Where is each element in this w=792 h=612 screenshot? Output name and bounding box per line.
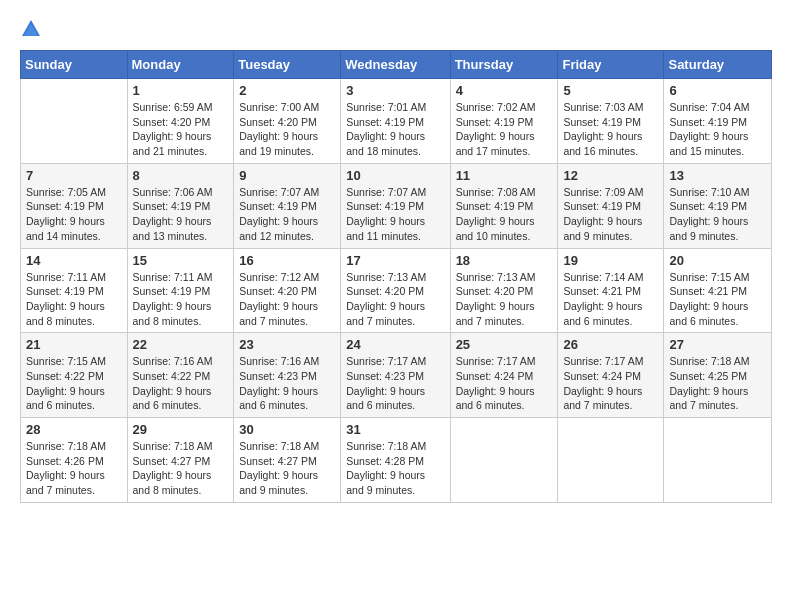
calendar-cell — [558, 418, 664, 503]
day-info: Sunrise: 7:17 AM Sunset: 4:24 PM Dayligh… — [563, 354, 658, 413]
day-info: Sunrise: 7:07 AM Sunset: 4:19 PM Dayligh… — [239, 185, 335, 244]
calendar-cell: 3Sunrise: 7:01 AM Sunset: 4:19 PM Daylig… — [341, 79, 450, 164]
day-number: 17 — [346, 253, 444, 268]
day-info: Sunrise: 7:02 AM Sunset: 4:19 PM Dayligh… — [456, 100, 553, 159]
calendar-week-4: 21Sunrise: 7:15 AM Sunset: 4:22 PM Dayli… — [21, 333, 772, 418]
weekday-header-wednesday: Wednesday — [341, 51, 450, 79]
day-info: Sunrise: 6:59 AM Sunset: 4:20 PM Dayligh… — [133, 100, 229, 159]
day-info: Sunrise: 7:13 AM Sunset: 4:20 PM Dayligh… — [346, 270, 444, 329]
day-info: Sunrise: 7:05 AM Sunset: 4:19 PM Dayligh… — [26, 185, 122, 244]
day-info: Sunrise: 7:11 AM Sunset: 4:19 PM Dayligh… — [133, 270, 229, 329]
calendar-cell — [21, 79, 128, 164]
day-number: 29 — [133, 422, 229, 437]
day-info: Sunrise: 7:13 AM Sunset: 4:20 PM Dayligh… — [456, 270, 553, 329]
day-number: 23 — [239, 337, 335, 352]
calendar-week-3: 14Sunrise: 7:11 AM Sunset: 4:19 PM Dayli… — [21, 248, 772, 333]
calendar-cell: 11Sunrise: 7:08 AM Sunset: 4:19 PM Dayli… — [450, 163, 558, 248]
calendar-cell: 8Sunrise: 7:06 AM Sunset: 4:19 PM Daylig… — [127, 163, 234, 248]
calendar-table: SundayMondayTuesdayWednesdayThursdayFrid… — [20, 50, 772, 503]
day-number: 11 — [456, 168, 553, 183]
day-info: Sunrise: 7:03 AM Sunset: 4:19 PM Dayligh… — [563, 100, 658, 159]
calendar-cell: 24Sunrise: 7:17 AM Sunset: 4:23 PM Dayli… — [341, 333, 450, 418]
weekday-header-friday: Friday — [558, 51, 664, 79]
day-number: 31 — [346, 422, 444, 437]
calendar-cell: 22Sunrise: 7:16 AM Sunset: 4:22 PM Dayli… — [127, 333, 234, 418]
calendar-cell: 17Sunrise: 7:13 AM Sunset: 4:20 PM Dayli… — [341, 248, 450, 333]
day-info: Sunrise: 7:16 AM Sunset: 4:22 PM Dayligh… — [133, 354, 229, 413]
day-number: 13 — [669, 168, 766, 183]
day-info: Sunrise: 7:06 AM Sunset: 4:19 PM Dayligh… — [133, 185, 229, 244]
day-number: 28 — [26, 422, 122, 437]
calendar-cell — [450, 418, 558, 503]
day-info: Sunrise: 7:01 AM Sunset: 4:19 PM Dayligh… — [346, 100, 444, 159]
day-info: Sunrise: 7:15 AM Sunset: 4:22 PM Dayligh… — [26, 354, 122, 413]
calendar-cell: 26Sunrise: 7:17 AM Sunset: 4:24 PM Dayli… — [558, 333, 664, 418]
calendar-cell: 1Sunrise: 6:59 AM Sunset: 4:20 PM Daylig… — [127, 79, 234, 164]
calendar-week-2: 7Sunrise: 7:05 AM Sunset: 4:19 PM Daylig… — [21, 163, 772, 248]
day-info: Sunrise: 7:04 AM Sunset: 4:19 PM Dayligh… — [669, 100, 766, 159]
weekday-header-tuesday: Tuesday — [234, 51, 341, 79]
calendar-cell — [664, 418, 772, 503]
calendar-cell: 25Sunrise: 7:17 AM Sunset: 4:24 PM Dayli… — [450, 333, 558, 418]
day-info: Sunrise: 7:00 AM Sunset: 4:20 PM Dayligh… — [239, 100, 335, 159]
day-info: Sunrise: 7:07 AM Sunset: 4:19 PM Dayligh… — [346, 185, 444, 244]
calendar-week-5: 28Sunrise: 7:18 AM Sunset: 4:26 PM Dayli… — [21, 418, 772, 503]
calendar-cell: 2Sunrise: 7:00 AM Sunset: 4:20 PM Daylig… — [234, 79, 341, 164]
day-number: 12 — [563, 168, 658, 183]
day-number: 4 — [456, 83, 553, 98]
weekday-header-thursday: Thursday — [450, 51, 558, 79]
day-number: 19 — [563, 253, 658, 268]
day-number: 26 — [563, 337, 658, 352]
day-number: 15 — [133, 253, 229, 268]
calendar-cell: 15Sunrise: 7:11 AM Sunset: 4:19 PM Dayli… — [127, 248, 234, 333]
header — [20, 18, 772, 40]
weekday-header-row: SundayMondayTuesdayWednesdayThursdayFrid… — [21, 51, 772, 79]
day-number: 21 — [26, 337, 122, 352]
day-info: Sunrise: 7:10 AM Sunset: 4:19 PM Dayligh… — [669, 185, 766, 244]
weekday-header-saturday: Saturday — [664, 51, 772, 79]
day-number: 25 — [456, 337, 553, 352]
day-info: Sunrise: 7:14 AM Sunset: 4:21 PM Dayligh… — [563, 270, 658, 329]
day-info: Sunrise: 7:15 AM Sunset: 4:21 PM Dayligh… — [669, 270, 766, 329]
calendar-cell: 13Sunrise: 7:10 AM Sunset: 4:19 PM Dayli… — [664, 163, 772, 248]
day-info: Sunrise: 7:18 AM Sunset: 4:28 PM Dayligh… — [346, 439, 444, 498]
day-number: 10 — [346, 168, 444, 183]
calendar-cell: 4Sunrise: 7:02 AM Sunset: 4:19 PM Daylig… — [450, 79, 558, 164]
weekday-header-sunday: Sunday — [21, 51, 128, 79]
calendar-cell: 20Sunrise: 7:15 AM Sunset: 4:21 PM Dayli… — [664, 248, 772, 333]
calendar-cell: 9Sunrise: 7:07 AM Sunset: 4:19 PM Daylig… — [234, 163, 341, 248]
day-number: 2 — [239, 83, 335, 98]
calendar-cell: 6Sunrise: 7:04 AM Sunset: 4:19 PM Daylig… — [664, 79, 772, 164]
day-info: Sunrise: 7:17 AM Sunset: 4:23 PM Dayligh… — [346, 354, 444, 413]
calendar-cell: 5Sunrise: 7:03 AM Sunset: 4:19 PM Daylig… — [558, 79, 664, 164]
calendar-cell: 21Sunrise: 7:15 AM Sunset: 4:22 PM Dayli… — [21, 333, 128, 418]
calendar-cell: 19Sunrise: 7:14 AM Sunset: 4:21 PM Dayli… — [558, 248, 664, 333]
day-number: 20 — [669, 253, 766, 268]
day-number: 1 — [133, 83, 229, 98]
day-number: 30 — [239, 422, 335, 437]
day-number: 18 — [456, 253, 553, 268]
day-number: 16 — [239, 253, 335, 268]
day-number: 24 — [346, 337, 444, 352]
day-info: Sunrise: 7:17 AM Sunset: 4:24 PM Dayligh… — [456, 354, 553, 413]
day-number: 22 — [133, 337, 229, 352]
weekday-header-monday: Monday — [127, 51, 234, 79]
day-number: 8 — [133, 168, 229, 183]
calendar-cell: 12Sunrise: 7:09 AM Sunset: 4:19 PM Dayli… — [558, 163, 664, 248]
day-info: Sunrise: 7:18 AM Sunset: 4:25 PM Dayligh… — [669, 354, 766, 413]
day-info: Sunrise: 7:18 AM Sunset: 4:26 PM Dayligh… — [26, 439, 122, 498]
page-container: SundayMondayTuesdayWednesdayThursdayFrid… — [0, 0, 792, 513]
day-info: Sunrise: 7:09 AM Sunset: 4:19 PM Dayligh… — [563, 185, 658, 244]
calendar-cell: 27Sunrise: 7:18 AM Sunset: 4:25 PM Dayli… — [664, 333, 772, 418]
day-number: 6 — [669, 83, 766, 98]
calendar-cell: 29Sunrise: 7:18 AM Sunset: 4:27 PM Dayli… — [127, 418, 234, 503]
day-number: 14 — [26, 253, 122, 268]
calendar-cell: 10Sunrise: 7:07 AM Sunset: 4:19 PM Dayli… — [341, 163, 450, 248]
day-info: Sunrise: 7:12 AM Sunset: 4:20 PM Dayligh… — [239, 270, 335, 329]
day-info: Sunrise: 7:16 AM Sunset: 4:23 PM Dayligh… — [239, 354, 335, 413]
calendar-cell: 18Sunrise: 7:13 AM Sunset: 4:20 PM Dayli… — [450, 248, 558, 333]
day-info: Sunrise: 7:11 AM Sunset: 4:19 PM Dayligh… — [26, 270, 122, 329]
day-info: Sunrise: 7:18 AM Sunset: 4:27 PM Dayligh… — [239, 439, 335, 498]
calendar-cell: 7Sunrise: 7:05 AM Sunset: 4:19 PM Daylig… — [21, 163, 128, 248]
calendar-cell: 23Sunrise: 7:16 AM Sunset: 4:23 PM Dayli… — [234, 333, 341, 418]
